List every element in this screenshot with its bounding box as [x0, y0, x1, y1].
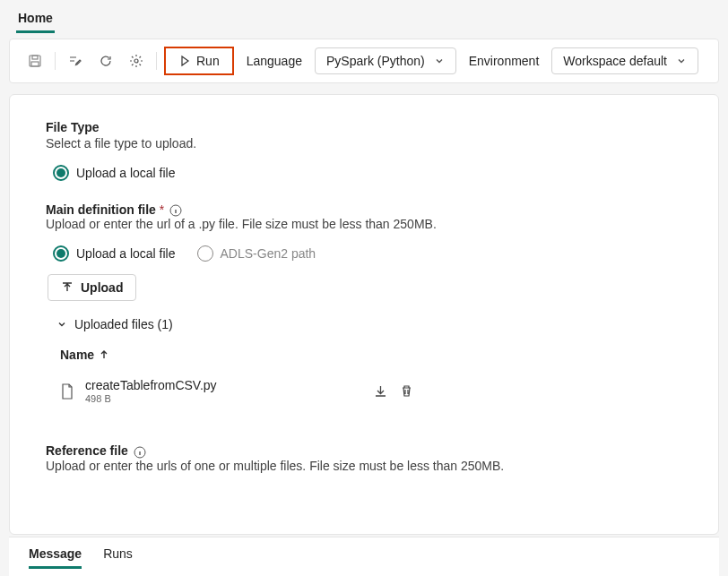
toolbar: Run Language PySpark (Python) Environmen…: [9, 39, 719, 83]
radio-icon: [53, 165, 69, 181]
radio-label: ADLS-Gen2 path: [221, 246, 316, 261]
file-row: createTablefromCSV.py 498 B: [46, 371, 682, 411]
settings-icon[interactable]: [124, 48, 149, 73]
run-button[interactable]: Run: [164, 47, 234, 75]
run-label: Run: [196, 54, 220, 68]
reference-title: Reference file: [46, 443, 128, 458]
language-select[interactable]: PySpark (Python): [315, 47, 456, 74]
edit-icon[interactable]: [63, 48, 88, 73]
main-def-title: Main definition file: [46, 202, 156, 217]
reference-subtitle: Upload or enter the urls of one or multi…: [46, 459, 682, 473]
column-header-name[interactable]: Name: [60, 348, 682, 362]
tab-home[interactable]: Home: [16, 7, 55, 33]
environment-label: Environment: [469, 54, 540, 68]
environment-value: Workspace default: [563, 54, 667, 68]
chevron-down-icon: [434, 56, 445, 66]
uploaded-files-label: Uploaded files (1): [74, 317, 173, 331]
radio-label: Upload a local file: [76, 166, 176, 180]
uploaded-files-toggle[interactable]: Uploaded files (1): [56, 317, 682, 331]
bottom-tab-bar: Message Runs: [9, 537, 719, 576]
main-def-subtitle: Upload or enter the url of a .py file. F…: [46, 217, 682, 231]
language-label: Language: [247, 54, 302, 68]
radio-icon: [53, 245, 69, 262]
radio-main-adls[interactable]: ADLS-Gen2 path: [197, 245, 316, 262]
info-icon[interactable]: [134, 446, 146, 459]
info-icon[interactable]: [169, 204, 182, 217]
language-value: PySpark (Python): [326, 54, 425, 68]
sort-asc-icon: [100, 350, 108, 359]
file-type-subtitle: Select a file type to upload.: [46, 136, 682, 150]
file-icon: [60, 383, 74, 400]
separator: [55, 52, 56, 70]
svg-point-3: [134, 59, 138, 63]
file-name: createTablefromCSV.py: [85, 378, 217, 392]
upload-label: Upload: [81, 280, 123, 295]
upload-icon: [61, 281, 74, 294]
file-type-title: File Type: [46, 120, 682, 134]
environment-select[interactable]: Workspace default: [551, 47, 698, 74]
download-icon[interactable]: [374, 384, 387, 398]
refresh-icon[interactable]: [93, 48, 118, 73]
svg-rect-2: [31, 62, 39, 66]
upload-button[interactable]: Upload: [48, 274, 136, 301]
save-icon[interactable]: [22, 48, 48, 73]
chevron-down-icon: [56, 319, 67, 330]
separator: [156, 52, 157, 70]
main-panel: File Type Select a file type to upload. …: [9, 94, 719, 535]
radio-icon: [197, 245, 213, 262]
chevron-down-icon: [676, 56, 687, 66]
tab-message[interactable]: Message: [29, 546, 82, 569]
delete-icon[interactable]: [400, 384, 413, 398]
radio-upload-local[interactable]: Upload a local file: [53, 165, 176, 181]
tab-runs[interactable]: Runs: [103, 546, 133, 569]
radio-label: Upload a local file: [76, 246, 176, 261]
col-name-label: Name: [60, 348, 94, 362]
file-size: 498 B: [85, 393, 217, 404]
radio-main-local[interactable]: Upload a local file: [53, 245, 176, 262]
required-asterisk: *: [160, 202, 164, 217]
svg-rect-1: [32, 56, 38, 59]
play-icon: [178, 55, 191, 67]
